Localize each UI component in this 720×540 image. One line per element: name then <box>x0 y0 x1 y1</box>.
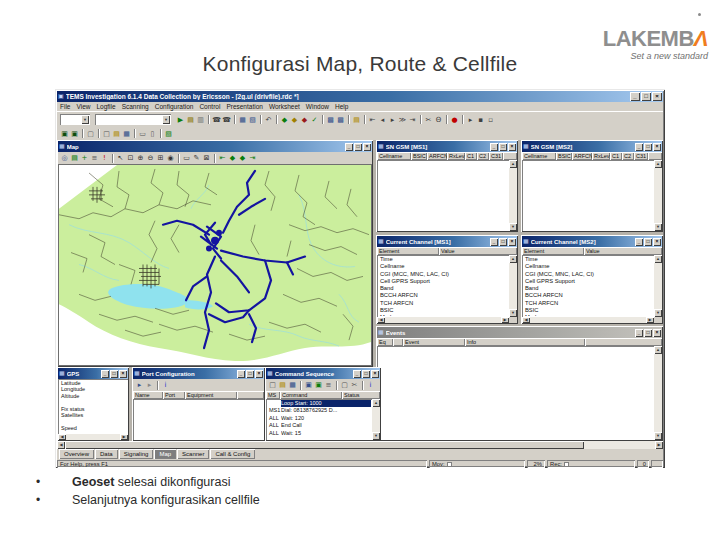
menu-view[interactable]: View <box>73 103 93 110</box>
layer-control-icon[interactable]: ▤ <box>70 153 79 163</box>
scroll-right-icon[interactable]: ▶ <box>646 317 654 323</box>
goto-end-icon[interactable]: ⇥ <box>408 115 417 125</box>
page-icon[interactable]: ▯ <box>148 129 157 139</box>
sync-icon[interactable]: ▩ <box>326 115 335 125</box>
tab-signaling[interactable]: Signaling <box>119 449 154 459</box>
gps-titlebar[interactable]: ▦ GPS _□× <box>58 368 128 379</box>
events-body[interactable]: ▲▼ <box>377 346 662 440</box>
column-header[interactable]: Equipment <box>185 391 237 399</box>
zoom-window-icon[interactable]: ⊞ <box>156 153 165 163</box>
minimize-button[interactable]: _ <box>635 238 643 246</box>
column-header[interactable]: C2 <box>622 152 634 160</box>
scroll-down-icon[interactable]: ▼ <box>509 309 517 317</box>
close-button[interactable]: × <box>653 329 661 337</box>
list-row[interactable]: CGI (MCC, MNC, LAC, CI) <box>523 271 653 278</box>
equipment-configure-icon[interactable]: ▦ <box>238 115 247 125</box>
scroll-down-icon[interactable]: ▼ <box>509 223 517 231</box>
new-sequence-icon[interactable]: □ <box>268 380 277 390</box>
scroll-down-icon[interactable]: ▼ <box>654 223 662 231</box>
zoom-out-icon[interactable]: ⊖ <box>146 153 155 163</box>
close-logfile-icon[interactable]: ▥ <box>196 115 205 125</box>
port-titlebar[interactable]: ▦ Port Configuration _□× <box>133 368 264 379</box>
column-header[interactable]: Eq <box>377 338 393 346</box>
cc2-body[interactable]: TimeCellnameCGI (MCC, MNC, LAC, CI)Cell … <box>522 255 662 323</box>
phone-ms2-icon[interactable]: ☎ <box>222 115 231 125</box>
column-header[interactable] <box>393 338 403 346</box>
column-header[interactable]: Event <box>403 338 465 346</box>
tab-call-config[interactable]: Call & Config <box>210 449 255 459</box>
tab-overview[interactable]: Overview <box>59 449 94 459</box>
list-row[interactable]: Mode <box>378 314 508 316</box>
disable-port-icon[interactable]: ▸ <box>145 380 154 390</box>
column-header[interactable]: Name <box>133 391 163 399</box>
pause-icon[interactable]: Θ <box>434 115 443 125</box>
dropdown-arrow-icon[interactable]: ▼ <box>162 115 170 124</box>
list-row[interactable]: CGI (MCC, MNC, LAC, CI) <box>378 271 508 278</box>
record-logfile-icon[interactable]: ▶ <box>176 115 185 125</box>
vertical-scrollbar[interactable]: ▲▼ <box>654 160 662 231</box>
minimize-button[interactable]: _ <box>101 370 109 378</box>
pointer-tool-icon[interactable]: ↖ <box>116 153 125 163</box>
list-row[interactable]: BSIC <box>523 307 653 314</box>
sn2-body[interactable]: ▲▼ <box>522 160 662 231</box>
close-button[interactable]: × <box>653 143 661 151</box>
close-button[interactable]: × <box>652 92 662 101</box>
start-recording-icon[interactable]: ● <box>450 115 459 125</box>
restore-button[interactable]: □ <box>644 329 652 337</box>
open-folder-icon[interactable]: ▤ <box>352 115 361 125</box>
pan-tool-icon[interactable]: ◉ <box>166 153 175 163</box>
vertical-scrollbar[interactable]: ▲▼ <box>372 399 380 440</box>
column-header[interactable]: ARFCN <box>427 152 447 160</box>
presentation-icon[interactable]: ▧ <box>164 129 173 139</box>
sequence-info-icon[interactable]: i <box>366 380 375 390</box>
scroll-up-icon[interactable]: ▲ <box>509 255 517 263</box>
vertical-scrollbar[interactable]: ▲▼ <box>509 160 517 231</box>
column-header[interactable]: C2 <box>477 152 489 160</box>
events-titlebar[interactable]: ▦ Events _□× <box>377 327 662 338</box>
fast-forward-icon[interactable]: ≫ <box>398 115 407 125</box>
command-combo[interactable]: ▼ <box>60 114 90 125</box>
column-header[interactable]: Element <box>377 247 439 255</box>
open-workspace-icon[interactable]: ▤ <box>112 129 121 139</box>
port-body[interactable] <box>133 399 264 440</box>
list-row[interactable]: TCH ARFCN <box>523 300 653 307</box>
horizontal-scrollbar[interactable]: ◀▶ <box>58 434 128 440</box>
restore-button[interactable]: □ <box>362 370 370 378</box>
list-row[interactable]: Cellname <box>523 263 653 270</box>
minimize-button[interactable]: _ <box>353 370 361 378</box>
layer-list-icon[interactable]: ≡ <box>90 153 99 163</box>
route-next-icon[interactable]: ◆ <box>238 153 247 163</box>
argument-combo[interactable]: ▼ <box>95 114 171 125</box>
restore-button[interactable]: □ <box>499 143 507 151</box>
gps-body[interactable]: LatitudeLongitudeAltitude Fix statusSate… <box>58 379 128 440</box>
cmd-titlebar[interactable]: ▦ Command Sequence _□× <box>266 368 380 379</box>
list-row[interactable]: Band <box>523 285 653 292</box>
column-header[interactable]: RxLev <box>447 152 465 160</box>
scroll-down-icon[interactable]: ▼ <box>372 432 380 440</box>
zoom-in-icon[interactable]: ⊕ <box>136 153 145 163</box>
open-logfile-icon[interactable]: ▤ <box>186 115 195 125</box>
route-start-icon[interactable]: ⇤ <box>218 153 227 163</box>
column-header[interactable]: Value <box>584 247 662 255</box>
close-button[interactable]: × <box>119 370 127 378</box>
info-tool-icon[interactable]: ▭ <box>182 153 191 163</box>
list-row[interactable]: BCCH ARFCN <box>378 292 508 299</box>
close-button[interactable]: × <box>363 143 371 151</box>
scroll-right-icon[interactable]: ▶ <box>120 434 128 440</box>
sync-all-icon[interactable]: ▩ <box>336 115 345 125</box>
cmd-body[interactable]: Loop Start: 1000MS1Dial: 08138762925 D..… <box>266 399 380 440</box>
command-row[interactable]: Loop Start: 1000 <box>267 400 371 407</box>
sn2-titlebar[interactable]: ▦ SN GSM [MS2] _□× <box>522 141 662 152</box>
add-layer-icon[interactable]: + <box>80 153 89 163</box>
column-header[interactable] <box>237 391 264 399</box>
window-layout-icon[interactable]: ▢ <box>86 129 95 139</box>
port-info-icon[interactable]: i <box>161 380 170 390</box>
scroll-track[interactable] <box>65 441 655 449</box>
scroll-up-icon[interactable]: ▲ <box>654 160 662 168</box>
edit-command-icon[interactable]: ▣ <box>314 380 323 390</box>
add-command-icon[interactable]: ▣ <box>304 380 313 390</box>
column-header[interactable]: Element <box>522 247 584 255</box>
horizontal-scrollbar[interactable]: ◀▶ <box>377 317 509 323</box>
sn1-body[interactable]: ▲▼ <box>377 160 517 231</box>
list-row[interactable]: Cellname <box>378 263 508 270</box>
